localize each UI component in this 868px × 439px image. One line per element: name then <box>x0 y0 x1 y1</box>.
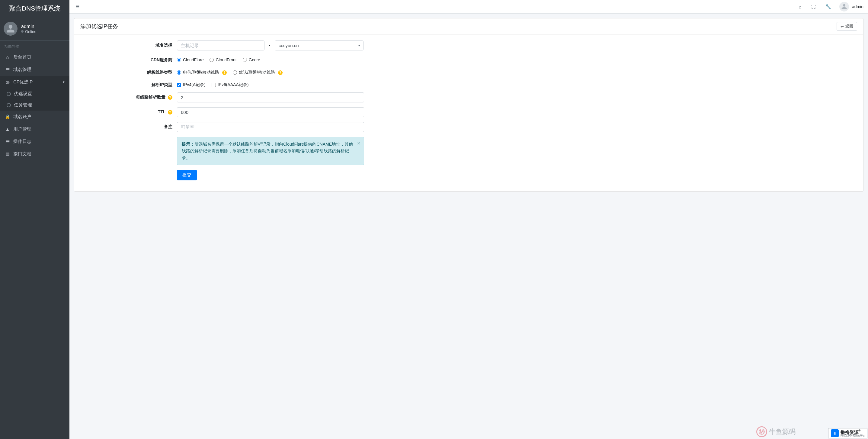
ip-type-label: 解析IP类型 <box>80 80 177 88</box>
sidebar-item-user-manage[interactable]: ▲ 用户管理 <box>0 123 69 135</box>
form-row-ttl: TTL ? <box>80 107 857 117</box>
close-icon: × <box>357 140 360 146</box>
sidebar-subitem-task-manage[interactable]: 任务管理 <box>0 99 69 111</box>
radio-input[interactable] <box>210 58 214 62</box>
chevron-down-icon: ▾ <box>63 80 65 84</box>
cdn-option-gcore[interactable]: Gcore <box>243 57 260 62</box>
sidebar-subitem-optimize-settings[interactable]: 优选设置 <box>0 88 69 99</box>
watermark-niuyu: Ⓜ 牛鱼源码 <box>756 426 796 437</box>
cdn-option-cloudflare[interactable]: CloudFlare <box>177 57 204 62</box>
help-icon[interactable]: ? <box>168 95 173 100</box>
bull-icon: Ⓜ <box>756 426 767 437</box>
ip-type-ipv6[interactable]: IPv6(AAAA记录) <box>212 82 249 88</box>
alert-prefix: 提示： <box>182 142 194 147</box>
radio-label: 电信/联通/移动线路 <box>183 70 219 75</box>
cdn-label: CDN服务商 <box>80 55 177 63</box>
radio-label: 默认/联通/移动线路 <box>239 70 275 75</box>
alert-close-button[interactable]: × <box>357 140 360 147</box>
sidebar-item-dashboard[interactable]: ⌂ 后台首页 <box>0 51 69 63</box>
home-icon: ⌂ <box>799 4 802 9</box>
remark-input[interactable] <box>177 122 364 132</box>
radio-input[interactable] <box>243 58 247 62</box>
form-card: 添加优选IP任务 ↩ 返回 域名选择 · <box>74 18 864 192</box>
sidebar-item-domain-manage[interactable]: ☰ 域名管理 <box>0 63 69 76</box>
form-row-ip-type: 解析IP类型 IPv4(A记录) IPv6(AAAA记录) <box>80 80 857 88</box>
home-icon: ⌂ <box>5 55 10 60</box>
radio-input[interactable] <box>233 70 237 75</box>
form-row-count: 每线路解析数量 ? <box>80 92 857 103</box>
help-icon[interactable]: ? <box>168 110 173 115</box>
radio-label: CloudFront <box>216 57 237 62</box>
sidebar-item-cf-optimize[interactable]: ◍ CF优选IP ▾ <box>0 76 69 88</box>
help-icon[interactable]: ? <box>278 70 283 75</box>
back-button-label: 返回 <box>845 24 853 29</box>
form-row-remark: 备注 <box>80 122 857 132</box>
download-icon: ⇩ <box>831 429 839 437</box>
ip-type-ipv4[interactable]: IPv4(A记录) <box>177 82 206 88</box>
topbar: ☰ ⌂ ⛶ 🔧 admin <box>69 0 868 13</box>
radio-label: CloudFlare <box>183 57 204 62</box>
sidebar-item-api-docs[interactable]: ▤ 接口文档 <box>0 148 69 160</box>
hamburger-icon: ☰ <box>75 4 80 9</box>
back-button[interactable]: ↩ 返回 <box>837 22 857 31</box>
sidebar-item-label: 接口文档 <box>13 151 31 157</box>
sidebar-item-label: 操作日志 <box>13 139 31 144</box>
fullscreen-button[interactable]: ⛶ <box>810 3 817 11</box>
sidebar-user-panel[interactable]: admin Online <box>0 17 69 40</box>
form-row-submit: 提交 <box>80 170 857 180</box>
settings-button[interactable]: 🔧 <box>824 2 833 11</box>
user-avatar-icon <box>4 22 18 36</box>
form-row-alert: 提示：所选域名需保留一个默认线路的解析记录，指向CloudFlare提供的CNA… <box>80 137 857 165</box>
submit-button[interactable]: 提交 <box>177 170 197 180</box>
sidebar-item-label: 域名管理 <box>13 67 31 72</box>
ttl-input[interactable] <box>177 107 364 117</box>
sidebar-section-title: 功能导航 <box>0 40 69 51</box>
circle-icon <box>7 103 11 107</box>
host-record-input[interactable] <box>177 40 265 51</box>
sidebar-item-label: CF优选IP <box>13 79 33 85</box>
wrench-icon: 🔧 <box>826 4 831 9</box>
ttl-label: TTL ? <box>80 107 177 115</box>
form-row-domain: 域名选择 · <box>80 40 857 51</box>
sidebar-item-operation-log[interactable]: ☰ 操作日志 <box>0 135 69 148</box>
watermark-lulu: ⇩ 撸撸资源® 白嫖互联网资源的网站 <box>828 428 867 438</box>
checkbox-label: IPv4(A记录) <box>183 82 206 88</box>
app-brand: 聚合DNS管理系统 <box>0 0 69 17</box>
cdn-option-cloudfront[interactable]: CloudFront <box>210 57 237 62</box>
checkbox-input[interactable] <box>212 83 216 87</box>
radio-label: Gcore <box>249 57 260 62</box>
radio-input[interactable] <box>177 58 181 62</box>
line-type-option-default[interactable]: 默认/联通/移动线路 ? <box>233 70 283 75</box>
sidebar-item-label: 域名账户 <box>13 114 31 120</box>
menu-toggle-button[interactable]: ☰ <box>74 2 81 11</box>
sidebar-subitem-label: 优选设置 <box>14 91 32 97</box>
radio-input[interactable] <box>177 70 181 75</box>
line-type-label: 解析线路类型 <box>80 68 177 75</box>
sidebar-item-label: 后台首页 <box>13 54 31 60</box>
form-row-line-type: 解析线路类型 电信/联通/移动线路 ? 默认/联通/移动线路 ? <box>80 68 857 75</box>
list-icon: ☰ <box>5 139 10 144</box>
count-input[interactable] <box>177 92 364 103</box>
help-icon[interactable]: ? <box>222 70 227 75</box>
book-icon: ▤ <box>5 151 10 157</box>
main-content: 添加优选IP任务 ↩ 返回 域名选择 · <box>69 0 868 439</box>
sidebar: 聚合DNS管理系统 admin Online 功能导航 ⌂ 后台首页 ☰ 域名管… <box>0 0 69 439</box>
checkbox-input[interactable] <box>177 83 181 87</box>
sidebar-user-status: Online <box>21 29 36 34</box>
domain-select[interactable] <box>275 40 364 51</box>
list-icon: ☰ <box>5 67 10 72</box>
sidebar-subitem-label: 任务管理 <box>14 102 32 108</box>
domain-separator: · <box>268 43 272 48</box>
home-button[interactable]: ⌂ <box>797 3 803 11</box>
sidebar-item-domain-account[interactable]: 🔒 域名账户 <box>0 111 69 123</box>
user-icon: ▲ <box>5 126 10 132</box>
expand-icon: ⛶ <box>811 4 816 9</box>
remark-label: 备注 <box>80 122 177 129</box>
line-type-option-carriers[interactable]: 电信/联通/移动线路 ? <box>177 70 227 75</box>
alert-text: 所选域名需保留一个默认线路的解析记录，指向CloudFlare提供的CNAME地… <box>182 142 353 160</box>
form-row-cdn: CDN服务商 CloudFlare CloudFront <box>80 55 857 63</box>
checkbox-label: IPv6(AAAA记录) <box>218 82 249 88</box>
topbar-user-menu[interactable]: admin <box>839 2 864 11</box>
sidebar-user-name: admin <box>21 24 36 29</box>
globe-icon: ◍ <box>5 80 10 85</box>
